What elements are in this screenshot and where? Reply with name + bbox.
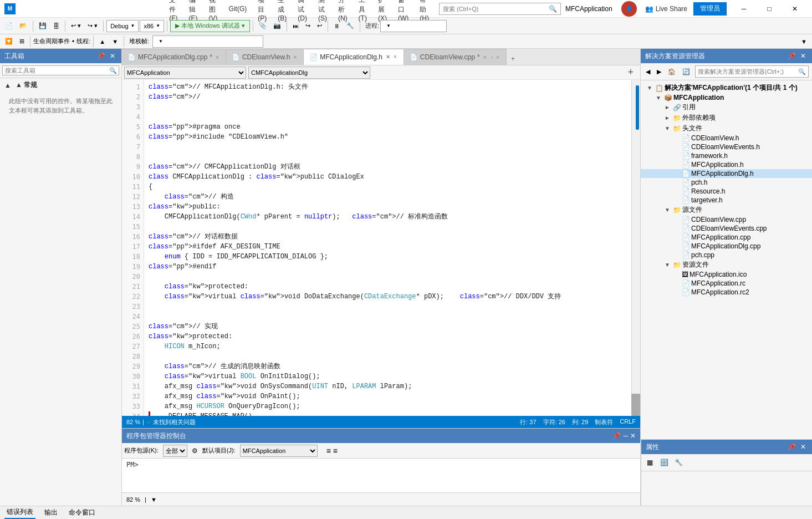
- tree-item-0[interactable]: ▼ 📋 解决方案'MFCApplication'(1 个项目/共 1 个): [641, 83, 812, 93]
- se-back-btn[interactable]: ◀: [643, 67, 653, 77]
- toolbox-pin-btn[interactable]: 📌: [95, 52, 107, 60]
- save-btn[interactable]: 💾: [36, 21, 49, 31]
- process-dropdown[interactable]: ▼: [380, 20, 447, 32]
- se-pin-btn[interactable]: 📌: [786, 52, 798, 60]
- pkg-close-btn[interactable]: ✕: [630, 432, 636, 440]
- pkg-console-content[interactable]: PM>: [122, 459, 640, 492]
- tab-0[interactable]: 📄 MFCApplicationDlg.cpp * ×: [122, 49, 226, 65]
- breakpoint-btn[interactable]: ⏸: [331, 21, 343, 31]
- se-forward-btn[interactable]: ▶: [654, 67, 664, 77]
- save-all-btn[interactable]: 🗄: [50, 21, 62, 31]
- new-project-btn[interactable]: 📄: [2, 21, 16, 31]
- code-editor[interactable]: 1234567891011121314151617181920212223242…: [122, 80, 640, 416]
- step-into-btn[interactable]: ↪: [303, 21, 313, 31]
- toolbox-section-header[interactable]: ▲ ▲ 常规: [4, 80, 117, 90]
- tab-close-split-3[interactable]: ×: [495, 54, 501, 61]
- props-close-btn[interactable]: ✕: [799, 443, 808, 451]
- tree-item-13[interactable]: ▼ 📁 源文件: [641, 205, 812, 215]
- pkg-min-btn[interactable]: ─: [623, 432, 628, 440]
- pkg-clear-btn[interactable]: ≡: [333, 446, 338, 455]
- member-dropdown[interactable]: CMFCApplicationDlg: [248, 67, 370, 79]
- tree-item-16[interactable]: 📄 MFCApplication.cpp: [641, 233, 812, 242]
- tree-item-18[interactable]: 📄 pch.cpp: [641, 251, 812, 260]
- se-refresh-btn[interactable]: 🔄: [680, 67, 693, 77]
- toolbox-close-btn[interactable]: ✕: [108, 52, 117, 60]
- tree-item-5[interactable]: 📄 CDEloamView.h: [641, 134, 812, 143]
- tree-icon-13: 📁: [673, 206, 681, 214]
- pkg-project-dropdown[interactable]: MFCApplication: [240, 445, 318, 457]
- se-close-btn[interactable]: ✕: [799, 52, 808, 60]
- tab-1[interactable]: 📄 CDEloamView.h ×: [226, 49, 304, 65]
- tree-item-3[interactable]: ► 📁 外部依赖项: [641, 113, 812, 123]
- tab-command[interactable]: 命令窗口: [67, 507, 98, 518]
- minimize-btn[interactable]: ─: [731, 0, 757, 18]
- open-btn[interactable]: 📂: [17, 21, 30, 31]
- tab-close-0[interactable]: ×: [215, 54, 220, 61]
- props-pin-btn[interactable]: 📌: [786, 443, 798, 451]
- admin-button[interactable]: 管理员: [693, 2, 727, 16]
- filter-btn[interactable]: 🔽: [2, 36, 16, 47]
- search-box-title[interactable]: 🔍: [439, 3, 561, 15]
- tree-item-15[interactable]: 📄 CDEloamViewEvents.cpp: [641, 224, 812, 233]
- tree-item-4[interactable]: ▼ 📁 头文件: [641, 123, 812, 134]
- tree-item-11[interactable]: 📄 Resource.h: [641, 187, 812, 196]
- tree-item-8[interactable]: 📄 MFCApplication.h: [641, 160, 812, 169]
- live-share-btn[interactable]: 👥 Live Share: [639, 2, 693, 16]
- tree-item-1[interactable]: ▼ 📦 MFCApplication: [641, 93, 812, 102]
- tab-close-2[interactable]: ×: [392, 53, 398, 60]
- tree-item-9[interactable]: 📄 MFCApplicationDlg.h: [641, 169, 812, 178]
- up-btn[interactable]: ▲: [96, 37, 108, 47]
- tree-item-22[interactable]: 📄 MFCApplication.rc2: [641, 288, 812, 297]
- tab-close-1[interactable]: ×: [292, 54, 298, 61]
- scroll-thumb[interactable]: [631, 394, 640, 416]
- pkg-list-btn[interactable]: ≡: [326, 446, 331, 455]
- tree-item-2[interactable]: ► 🔗 引用: [641, 102, 812, 113]
- search-input-title[interactable]: [443, 6, 549, 12]
- props-grid-btn[interactable]: ▦: [644, 456, 656, 469]
- tree-item-6[interactable]: 📄 CDEloamViewEvents.h: [641, 143, 812, 151]
- close-btn[interactable]: ✕: [782, 0, 808, 18]
- menu-item[interactable]: Git(G): [223, 3, 253, 15]
- tree-item-17[interactable]: 📄 MFCApplicationDlg.cpp: [641, 242, 812, 251]
- props-sort-btn[interactable]: 🔡: [658, 456, 670, 469]
- tree-item-10[interactable]: 📄 pch.h: [641, 178, 812, 187]
- stack-dropdown[interactable]: ▼: [152, 35, 263, 48]
- tab-3[interactable]: 📄 CDEloamView.cpp * × ▫ ×: [404, 49, 507, 65]
- attach-btn[interactable]: 📎: [256, 21, 269, 31]
- code-content[interactable]: class="cm">// MFCApplicationDlg.h: 头文件cl…: [144, 80, 631, 416]
- class-dropdown[interactable]: MFCApplication: [124, 67, 246, 79]
- tab-output[interactable]: 输出: [42, 507, 60, 518]
- pkg-source-dropdown[interactable]: 全部: [163, 445, 187, 457]
- se-search-input[interactable]: [698, 68, 798, 75]
- expand-btn[interactable]: ▼: [798, 37, 810, 47]
- tree-item-21[interactable]: 📄 MFCApplication.rc: [641, 279, 812, 288]
- tree-item-7[interactable]: 📄 framework.h: [641, 151, 812, 160]
- pkg-gear-btn[interactable]: ⚙: [192, 447, 198, 455]
- se-home-btn[interactable]: 🏠: [665, 67, 678, 77]
- tree-item-14[interactable]: 📄 CDEloamView.cpp: [641, 215, 812, 224]
- step-out-btn[interactable]: ↩: [314, 21, 325, 31]
- tree-item-20[interactable]: 🖼 MFCApplication.ico: [641, 270, 812, 279]
- tree-item-12[interactable]: 📄 targetver.h: [641, 196, 812, 205]
- sep8: [360, 21, 360, 32]
- add-member-btn[interactable]: +: [623, 67, 638, 78]
- platform-dropdown[interactable]: x86 ▼: [140, 20, 164, 32]
- down-btn[interactable]: ▼: [109, 37, 121, 47]
- tree-item-19[interactable]: ▼ 📁 资源文件: [641, 260, 812, 270]
- redo-btn[interactable]: ↪ ▾: [85, 21, 100, 31]
- snapshot-btn[interactable]: 📷: [270, 21, 284, 31]
- run-button[interactable]: ▶ 本地 Windows 调试器 ▾: [170, 20, 250, 32]
- toolbox-search-input[interactable]: [2, 65, 119, 75]
- step-over-btn[interactable]: ⏭: [290, 21, 302, 31]
- undo-btn[interactable]: ↩ ▾: [68, 21, 84, 31]
- tab-close-3[interactable]: ×: [482, 54, 488, 61]
- pkg-pin-btn[interactable]: 📌: [612, 432, 621, 440]
- tab-2[interactable]: 📄 MFCApplicationDlg.h ✕ ×: [304, 49, 404, 65]
- tab-error-list[interactable]: 错误列表: [4, 506, 35, 519]
- maximize-btn[interactable]: □: [757, 0, 782, 18]
- tools-btn[interactable]: 🔧: [344, 21, 357, 31]
- new-tab-btn[interactable]: +: [507, 53, 519, 65]
- select-all-btn[interactable]: ⊞: [17, 36, 27, 47]
- props-wrench-btn[interactable]: 🔧: [672, 456, 685, 469]
- debug-config-dropdown[interactable]: Debug ▼: [106, 20, 139, 32]
